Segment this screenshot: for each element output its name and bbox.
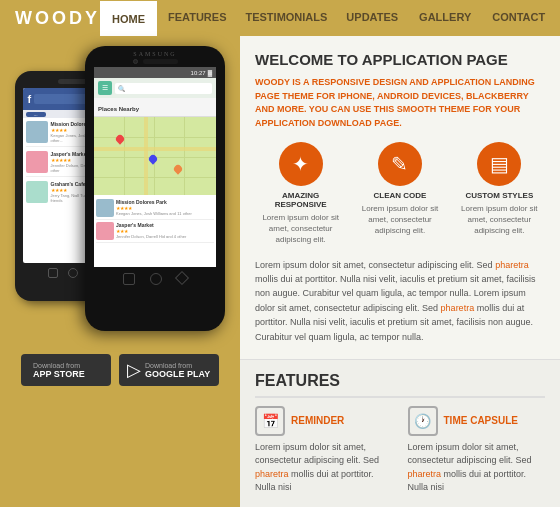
reminder-desc: Lorem ipsum dolor sit amet, consectetur … <box>255 441 393 495</box>
responsive-title: AMAZING RESPONSIVE <box>255 191 346 209</box>
googleplay-text: Download from GOOGLE PLAY <box>145 362 210 379</box>
timecapsule-title: TIME CAPSULE <box>444 415 518 426</box>
appstore-button[interactable]: Download from APP STORE <box>21 354 111 386</box>
navigation: HOME FEATURES TESTIMONIALS UPDATES GALLE… <box>100 0 555 37</box>
feature-cleancode: ✎ CLEAN CODE Lorem ipsum dolor sit amet,… <box>354 142 445 246</box>
download-buttons: Download from APP STORE ▷ Download from … <box>21 354 219 386</box>
nav-home[interactable]: HOME <box>100 0 157 37</box>
features-section: FEATURES 📅 REMINDER Lorem ipsum dolor si… <box>240 360 560 507</box>
cleancode-desc: Lorem ipsum dolor sit amet, consectetur … <box>354 203 445 237</box>
reminder-header: 📅 REMINDER <box>255 406 393 436</box>
phone-front: SAMSUNG 10:27 ▓ ☰ <box>85 46 225 331</box>
left-section: f 🔔 ... Mission Dolores Park <box>0 36 240 507</box>
timecapsule-icon: 🕐 <box>408 406 438 436</box>
nav-gallery[interactable]: GALLERY <box>409 0 481 37</box>
googleplay-icon: ▷ <box>127 359 141 381</box>
right-section: WELCOME TO APPLICATION PAGE WOODY IS A R… <box>240 36 560 507</box>
phones-area: f 🔔 ... Mission Dolores Park <box>10 46 230 346</box>
logo: WOODY <box>15 8 100 29</box>
reminder-title: REMINDER <box>291 415 344 426</box>
reminder-icon: 📅 <box>255 406 285 436</box>
welcome-description: WOODY IS A RESPONSIVE DESIGN AND APPLICA… <box>255 76 545 130</box>
googleplay-button[interactable]: ▷ Download from GOOGLE PLAY <box>119 354 219 386</box>
customstyles-desc: Lorem ipsum dolor sit amet, consectetur … <box>454 203 545 237</box>
nav-updates[interactable]: UPDATES <box>336 0 408 37</box>
responsive-desc: Lorem ipsum dolor sit amet, consectetur … <box>255 212 346 246</box>
appstore-text: Download from APP STORE <box>33 362 85 379</box>
nav-contact[interactable]: CONTACT <box>482 0 555 37</box>
customstyles-icon: ▤ <box>477 142 521 186</box>
nav-testimonials[interactable]: TESTIMONIALS <box>237 0 335 37</box>
nav-features[interactable]: FEATURES <box>158 0 236 37</box>
feature-customstyles: ▤ CUSTOM STYLES Lorem ipsum dolor sit am… <box>454 142 545 246</box>
feature-icons-row: ✦ AMAZING RESPONSIVE Lorem ipsum dolor s… <box>255 142 545 246</box>
features-title: FEATURES <box>255 372 545 398</box>
feature-timecapsule: 🕐 TIME CAPSULE Lorem ipsum dolor sit ame… <box>408 406 546 495</box>
responsive-icon: ✦ <box>279 142 323 186</box>
welcome-content: WELCOME TO APPLICATION PAGE WOODY IS A R… <box>240 36 560 360</box>
header: WOODY HOME FEATURES TESTIMONIALS UPDATES… <box>0 0 560 36</box>
timecapsule-desc: Lorem ipsum dolor sit amet, consectetur … <box>408 441 546 495</box>
customstyles-title: CUSTOM STYLES <box>454 191 545 200</box>
feature-reminder: 📅 REMINDER Lorem ipsum dolor sit amet, c… <box>255 406 393 495</box>
cleancode-icon: ✎ <box>378 142 422 186</box>
cleancode-title: CLEAN CODE <box>354 191 445 200</box>
timecapsule-header: 🕐 TIME CAPSULE <box>408 406 546 436</box>
lorem-paragraph: Lorem ipsum dolor sit amet, consectetur … <box>255 258 545 344</box>
main-body: f 🔔 ... Mission Dolores Park <box>0 36 560 507</box>
welcome-title: WELCOME TO APPLICATION PAGE <box>255 51 545 68</box>
front-phone-screen: 10:27 ▓ ☰ 🔍 Places Nearby <box>94 67 216 267</box>
feature-responsive: ✦ AMAZING RESPONSIVE Lorem ipsum dolor s… <box>255 142 346 246</box>
features-grid: 📅 REMINDER Lorem ipsum dolor sit amet, c… <box>255 406 545 495</box>
